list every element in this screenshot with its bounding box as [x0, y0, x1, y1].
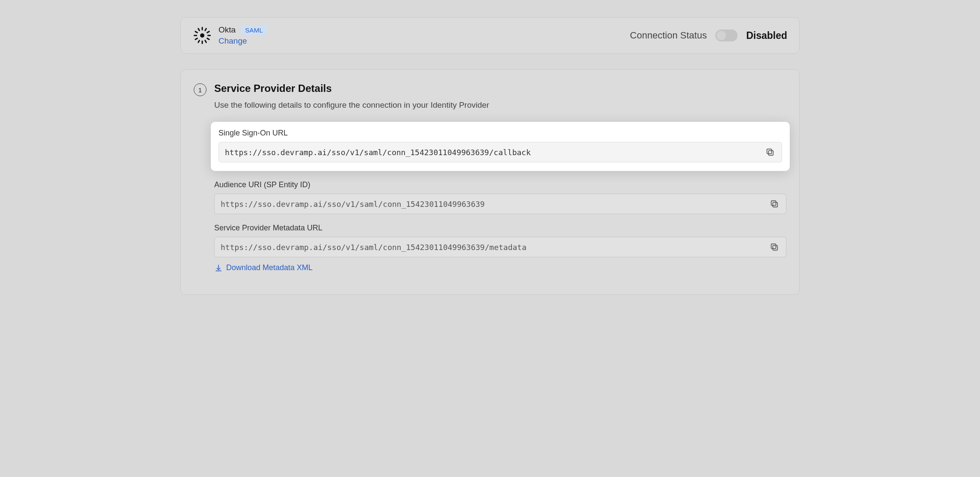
svg-rect-15	[773, 202, 777, 207]
svg-rect-14	[767, 149, 772, 154]
metadata-url-value: https://sso.devramp.ai/sso/v1/saml/conn_…	[221, 243, 526, 252]
svg-rect-16	[771, 201, 776, 206]
svg-rect-8	[204, 40, 207, 43]
metadata-url-box: https://sso.devramp.ai/sso/v1/saml/conn_…	[214, 237, 786, 257]
sso-url-value: https://sso.devramp.ai/sso/v1/saml/conn_…	[225, 148, 531, 157]
metadata-url-label: Service Provider Metadata URL	[214, 224, 786, 233]
step-indicator: 1	[194, 83, 207, 96]
svg-point-0	[200, 33, 204, 38]
audience-uri-value: https://sso.devramp.ai/sso/v1/saml/conn_…	[221, 200, 485, 209]
service-provider-details-card: 1 Service Provider Details Use the follo…	[180, 69, 800, 295]
download-icon	[214, 264, 223, 272]
audience-uri-label: Audience URI (SP Entity ID)	[214, 180, 786, 189]
provider-block: Okta SAML Change	[193, 25, 267, 46]
provider-name: Okta	[218, 25, 236, 35]
connection-status-label: Connection Status	[630, 30, 707, 41]
sso-url-field: Single Sign-On URL https://sso.devramp.a…	[211, 122, 790, 171]
section-description: Use the following details to configure t…	[214, 100, 786, 110]
svg-rect-1	[202, 27, 203, 30]
sso-url-label: Single Sign-On URL	[218, 129, 782, 138]
section-title: Service Provider Details	[214, 82, 332, 94]
connection-status-toggle[interactable]	[715, 29, 738, 41]
change-provider-link[interactable]: Change	[218, 36, 267, 46]
svg-rect-5	[204, 28, 207, 31]
sso-url-box: https://sso.devramp.ai/sso/v1/saml/conn_…	[218, 142, 782, 162]
svg-rect-3	[194, 35, 197, 36]
svg-rect-18	[771, 244, 776, 249]
connection-header: Okta SAML Change Connection Status Disab…	[180, 17, 800, 54]
svg-rect-6	[207, 31, 210, 34]
svg-rect-4	[207, 35, 211, 36]
svg-rect-13	[768, 150, 773, 155]
svg-rect-11	[195, 31, 198, 34]
svg-rect-10	[195, 38, 198, 41]
svg-rect-12	[198, 28, 201, 31]
protocol-badge: SAML	[241, 26, 267, 35]
svg-rect-9	[198, 40, 201, 43]
svg-rect-17	[773, 245, 777, 250]
metadata-url-field: Service Provider Metadata URL https://ss…	[214, 224, 786, 272]
audience-uri-field: Audience URI (SP Entity ID) https://sso.…	[214, 180, 786, 214]
svg-rect-2	[202, 41, 203, 44]
copy-icon[interactable]	[769, 198, 780, 209]
section-head: 1 Service Provider Details	[194, 82, 786, 96]
svg-rect-7	[207, 38, 210, 41]
connection-status-value: Disabled	[746, 30, 787, 41]
audience-uri-box: https://sso.devramp.ai/sso/v1/saml/conn_…	[214, 194, 786, 214]
okta-icon	[193, 26, 212, 45]
copy-icon[interactable]	[769, 241, 780, 253]
download-metadata-link[interactable]: Download Metadata XML	[214, 263, 786, 272]
connection-status-block: Connection Status Disabled	[630, 29, 787, 41]
copy-icon[interactable]	[765, 147, 776, 158]
download-metadata-label: Download Metadata XML	[226, 263, 313, 272]
